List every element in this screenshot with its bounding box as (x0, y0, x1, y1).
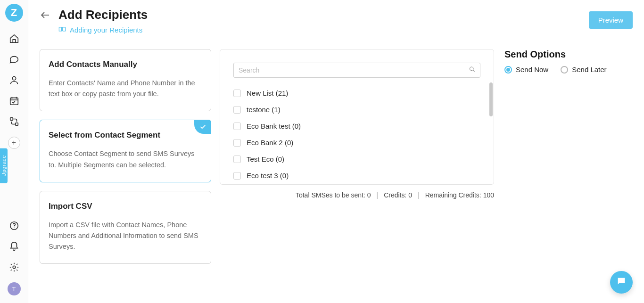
segment-label: Eco Bank 2 (0) (247, 139, 293, 147)
svg-rect-1 (10, 98, 18, 105)
svg-point-0 (12, 77, 16, 80)
upgrade-tab[interactable]: Upgrade (0, 148, 8, 183)
stat-label: Total SMSes to be sent: (296, 191, 365, 199)
divider: | (418, 191, 420, 199)
stat-credits: Credits: 0 (384, 191, 412, 199)
stat-remaining: Remaining Credits: 100 (425, 191, 494, 199)
chat-icon[interactable] (8, 54, 20, 65)
list-item[interactable]: testone (1) (233, 106, 480, 114)
radio-send-later[interactable]: Send Later (561, 66, 606, 74)
checkbox[interactable] (233, 172, 241, 180)
search-wrap (233, 63, 480, 78)
sidebar-bottom-icons: T (8, 220, 21, 295)
radio-icon (561, 66, 568, 74)
list-item[interactable]: Eco Bank test (0) (233, 122, 480, 130)
checkbox[interactable] (233, 106, 241, 114)
send-options-column: Send Options Send Now Send Later (503, 49, 644, 264)
card-desc: Import a CSV file with Contact Names, Ph… (49, 220, 202, 253)
stat-label: Credits: (384, 191, 406, 199)
home-icon[interactable] (8, 33, 20, 44)
stat-value: 0 (408, 191, 412, 199)
card-desc: Choose Contact Segment to send SMS Surve… (49, 148, 202, 170)
gear-icon[interactable] (8, 262, 20, 273)
helper-link-text: Adding your Recipients (70, 26, 142, 34)
search-input[interactable] (233, 63, 480, 78)
stats-row: Total SMSes to be sent: 0 | Credits: 0 |… (220, 191, 494, 199)
book-icon (58, 26, 66, 34)
card-import-csv[interactable]: Import CSV Import a CSV file with Contac… (40, 191, 211, 264)
send-options-title: Send Options (504, 49, 644, 60)
support-chat-button[interactable] (610, 271, 633, 294)
search-icon (469, 66, 476, 75)
bell-icon[interactable] (8, 241, 20, 252)
checkbox[interactable] (233, 123, 241, 130)
workflow-icon[interactable] (8, 116, 20, 127)
list-item[interactable]: Eco Bank 2 (0) (233, 139, 480, 147)
help-icon[interactable] (8, 220, 20, 231)
svg-point-5 (14, 228, 14, 228)
list-item[interactable]: New List (21) (233, 89, 480, 97)
segment-label: Eco test 3 (0) (247, 172, 289, 180)
add-button[interactable]: + (8, 137, 20, 149)
header: Add Recipients (40, 0, 644, 22)
scrollbar-thumb[interactable] (489, 82, 493, 116)
checkbox[interactable] (233, 139, 241, 147)
stat-label: Remaining Credits: (425, 191, 481, 199)
segment-panel-column: New List (21) testone (1) Eco Bank test … (220, 49, 494, 264)
sidebar: Z + Upgrade T (0, 0, 28, 303)
checkbox[interactable] (233, 156, 241, 163)
brand-logo[interactable]: Z (5, 4, 23, 22)
segment-label: testone (1) (247, 106, 281, 114)
radio-icon (504, 66, 512, 74)
stat-total-sms: Total SMSes to be sent: 0 (296, 191, 371, 199)
svg-rect-3 (15, 123, 18, 126)
svg-rect-2 (10, 118, 13, 121)
radio-send-now[interactable]: Send Now (504, 66, 548, 74)
stat-value: 0 (367, 191, 371, 199)
preview-button[interactable]: Preview (589, 11, 633, 29)
helper-link[interactable]: Adding your Recipients (58, 26, 644, 34)
card-title: Import CSV (49, 202, 202, 211)
card-title: Add Contacts Manually (49, 60, 202, 69)
calendar-icon[interactable] (8, 95, 20, 106)
radio-label: Send Now (516, 66, 548, 74)
segment-label: Test Eco (0) (247, 155, 284, 163)
list-item[interactable]: Eco test 3 (0) (233, 172, 480, 180)
contact-icon[interactable] (8, 74, 20, 86)
svg-point-6 (13, 266, 16, 269)
back-arrow-icon[interactable] (40, 9, 52, 21)
segment-label: New List (21) (247, 89, 288, 97)
segment-list: New List (21) testone (1) Eco Bank test … (233, 89, 480, 180)
card-desc: Enter Contacts' Name and Phone Number in… (49, 78, 202, 99)
chat-bubble-icon (616, 276, 627, 288)
send-options-radios: Send Now Send Later (504, 66, 644, 74)
segment-label: Eco Bank test (0) (247, 122, 301, 130)
svg-point-7 (470, 67, 474, 71)
avatar[interactable]: T (8, 282, 21, 295)
radio-label: Send Later (572, 66, 606, 74)
page-title: Add Recipients (58, 8, 148, 22)
divider: | (376, 191, 378, 199)
card-select-segment[interactable]: Select from Contact Segment Choose Conta… (40, 120, 211, 182)
list-item[interactable]: Test Eco (0) (233, 155, 480, 163)
sidebar-top-icons: + (8, 33, 20, 149)
main-area: Add Recipients Adding your Recipients Pr… (28, 0, 644, 303)
card-title: Select from Contact Segment (49, 131, 202, 140)
method-cards-column: Add Contacts Manually Enter Contacts' Na… (40, 49, 211, 264)
content-row: Add Contacts Manually Enter Contacts' Na… (40, 49, 644, 264)
segment-panel: New List (21) testone (1) Eco Bank test … (220, 49, 494, 185)
card-add-manually[interactable]: Add Contacts Manually Enter Contacts' Na… (40, 49, 211, 111)
checkbox[interactable] (233, 90, 241, 97)
stat-value: 100 (483, 191, 494, 199)
